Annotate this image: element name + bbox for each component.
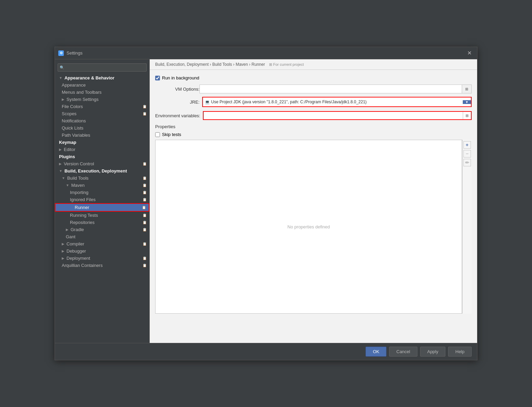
sidebar-item-version-control[interactable]: ▶ Version Control 📋 [55, 160, 149, 167]
sidebar-item-importing[interactable]: Importing 📋 [55, 189, 149, 196]
sidebar-item-ignored-files[interactable]: Ignored Files 📋 [55, 196, 149, 203]
expand-arrow: ▶ [59, 162, 62, 166]
ok-button[interactable]: OK [366, 347, 386, 357]
cancel-button[interactable]: Cancel [389, 347, 417, 357]
sidebar-item-appearance-behavior[interactable]: ▼ Appearance & Behavior [55, 74, 149, 81]
sidebar-item-scopes[interactable]: Scopes 📋 [55, 110, 149, 117]
copy-icon: 📋 [143, 221, 147, 224]
jre-dropdown-button[interactable]: ▼ [463, 100, 471, 104]
expand-arrow: ▼ [62, 176, 65, 180]
expand-arrow: ▶ [62, 97, 64, 101]
skip-tests-label: Skip tests [162, 132, 181, 137]
expand-arrow: ▶ [66, 228, 69, 231]
sidebar: 🔍 ▼ Appearance & Behavior Appearance Men… [55, 59, 150, 343]
add-property-button[interactable]: + [463, 141, 471, 149]
vm-options-label: VM Options: [155, 87, 200, 92]
settings-dialog: ⚙ Settings ✕ 🔍 ▼ Appearance & Behavior A… [55, 47, 477, 360]
apply-button[interactable]: Apply [420, 347, 446, 357]
sidebar-item-keymap[interactable]: Keymap [55, 139, 149, 146]
copy-icon: 📋 [143, 183, 147, 187]
env-variables-label: Environment variables: [155, 113, 200, 118]
properties-label: Properties [155, 124, 472, 129]
sidebar-item-running-tests[interactable]: Running Tests 📋 [55, 212, 149, 219]
edit-property-button[interactable]: ✏ [463, 159, 471, 166]
properties-container: No properties defined + − ✏ [155, 140, 472, 314]
sidebar-item-build-tools[interactable]: ▼ Build Tools 📋 [55, 175, 149, 182]
jre-select-wrapper: 💻 Use Project JDK (java version "1.8.0_2… [202, 97, 472, 107]
env-var-browse-button[interactable]: ⊞ [463, 112, 471, 119]
sidebar-item-notifications[interactable]: Notifications [55, 117, 149, 124]
copy-icon: 📋 [143, 213, 147, 217]
no-properties-text: No properties defined [287, 224, 330, 229]
env-variables-row: Environment variables: ⊞ [155, 111, 472, 120]
title-bar: ⚙ Settings ✕ [55, 47, 477, 59]
copy-icon: 📋 [143, 256, 147, 260]
jre-row: JRE: 💻 Use Project JDK (java version "1.… [155, 97, 472, 107]
settings-icon: ⚙ [58, 50, 64, 56]
vm-options-input[interactable] [200, 85, 462, 93]
expand-arrow: ▶ [62, 249, 64, 253]
copy-icon: 📋 [143, 228, 147, 231]
properties-area: No properties defined [155, 140, 462, 314]
run-in-background-checkbox[interactable] [155, 76, 160, 80]
sidebar-item-build-exec-deploy[interactable]: ▼ Build, Execution, Deployment [55, 167, 149, 175]
skip-tests-checkbox[interactable] [155, 132, 160, 137]
dialog-title: Settings [66, 50, 83, 56]
vm-options-row: VM Options: ⊞ [155, 85, 472, 93]
jdk-icon: 💻 [205, 100, 210, 104]
sidebar-item-file-colors[interactable]: File Colors 📋 [55, 103, 149, 110]
sidebar-item-deployment[interactable]: ▶ Deployment 📋 [55, 255, 149, 262]
search-box: 🔍 [58, 63, 147, 72]
copy-icon: 📋 [143, 176, 147, 180]
main-content: 🔍 ▼ Appearance & Behavior Appearance Men… [55, 59, 477, 343]
properties-toolbar: + − ✏ [462, 140, 472, 314]
vm-options-input-group: ⊞ [200, 85, 472, 93]
settings-panel: Run in background VM Options: ⊞ JRE: 💻 [150, 70, 477, 343]
properties-section: Properties Skip tests No properties defi… [155, 124, 472, 314]
expand-arrow: ▼ [66, 183, 69, 187]
env-var-wrapper: ⊞ [203, 111, 472, 120]
search-icon: 🔍 [60, 65, 64, 70]
sidebar-item-repositories[interactable]: Repositories 📋 [55, 219, 149, 226]
sidebar-item-plugins[interactable]: Plugins [55, 153, 149, 160]
sidebar-item-menus-toolbars[interactable]: Menus and Toolbars [55, 89, 149, 96]
vm-options-browse-button[interactable]: ⊞ [462, 85, 472, 93]
copy-icon: 📋 [143, 162, 147, 166]
sidebar-item-debugger[interactable]: ▶ Debugger [55, 247, 149, 255]
sidebar-item-quick-lists[interactable]: Quick Lists [55, 124, 149, 132]
jre-select[interactable]: 💻 Use Project JDK (java version "1.8.0_2… [203, 97, 463, 106]
sidebar-item-appearance[interactable]: Appearance [55, 81, 149, 89]
sidebar-item-system-settings[interactable]: ▶ System Settings [55, 96, 149, 103]
expand-arrow: ▼ [59, 76, 62, 80]
expand-arrow: ▶ [62, 242, 64, 246]
footer-bar: OK Cancel Apply Help [55, 343, 477, 360]
skip-tests-row: Skip tests [155, 132, 472, 137]
copy-icon: 📋 [143, 198, 147, 201]
copy-icon: 📋 [143, 263, 147, 267]
copy-icon: 📋 [142, 206, 146, 209]
expand-arrow: ▼ [59, 169, 62, 173]
sidebar-item-path-variables[interactable]: Path Variables [55, 132, 149, 139]
expand-arrow: ▶ [62, 256, 64, 260]
run-in-background-row: Run in background [155, 75, 472, 80]
main-panel: Build, Execution, Deployment › Build Too… [150, 59, 477, 343]
sidebar-item-runner[interactable]: Runner 📋 [55, 203, 149, 212]
expand-arrow: ▶ [59, 148, 62, 151]
remove-property-button[interactable]: − [463, 150, 471, 157]
copy-icon: 📋 [143, 105, 147, 108]
title-bar-left: ⚙ Settings [58, 50, 83, 56]
sidebar-item-gant[interactable]: Gant [55, 233, 149, 240]
run-in-background-label: Run in background [162, 75, 199, 80]
search-input[interactable] [58, 63, 147, 72]
sidebar-item-editor[interactable]: ▶ Editor [55, 146, 149, 153]
copy-icon: 📋 [143, 242, 147, 246]
sidebar-item-gradle[interactable]: ▶ Gradle 📋 [55, 226, 149, 233]
sidebar-item-compiler[interactable]: ▶ Compiler 📋 [55, 240, 149, 247]
env-variables-input[interactable] [204, 112, 463, 119]
jre-label: JRE: [155, 100, 200, 105]
sidebar-item-arquillian[interactable]: Arquillian Containers 📋 [55, 262, 149, 269]
copy-icon: 📋 [143, 191, 147, 194]
sidebar-item-maven[interactable]: ▼ Maven 📋 [55, 182, 149, 189]
help-button[interactable]: Help [448, 347, 472, 357]
close-button[interactable]: ✕ [465, 49, 474, 57]
